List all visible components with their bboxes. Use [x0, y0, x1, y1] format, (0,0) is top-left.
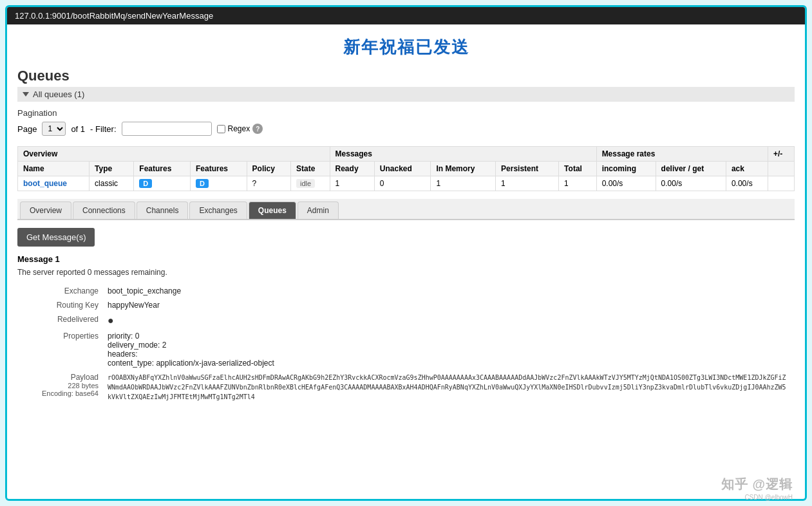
cell-incoming: 0.00/s [596, 176, 656, 191]
exchange-value: boot_topic_exchange [104, 285, 793, 297]
detail-table: Exchange boot_topic_exchange Routing Key… [17, 283, 795, 405]
tab-overview[interactable]: Overview [20, 201, 71, 219]
regex-text: Regex [228, 124, 250, 133]
regex-checkbox[interactable] [217, 125, 225, 133]
message-rates-header: Message rates [596, 147, 768, 162]
col-persistent: Persistent [496, 162, 559, 176]
payload-label: Payload [23, 373, 99, 382]
overview-header: Overview [18, 147, 330, 162]
cell-unacked: 0 [374, 176, 431, 191]
cell-deliver-get: 0.00/s [656, 176, 726, 191]
of-label: of 1 [71, 124, 85, 134]
properties-value: priority: 0 delivery_mode: 2 headers: co… [104, 330, 793, 370]
col-inmemory: In Memory [431, 162, 496, 176]
message-remaining: The server reported 0 messages remaining… [17, 268, 795, 277]
routing-key-row: Routing Key happyNewYear [19, 299, 793, 312]
message-num: Message 1 [17, 254, 795, 264]
cell-ready: 1 [330, 176, 374, 191]
payload-row: Payload 228 bytes Encoding: base64 rOOAB… [19, 371, 793, 404]
payload-encoding: Encoding: base64 [23, 389, 99, 397]
pagination-row: Page 1 of 1 - Filter: Regex ? [17, 122, 795, 136]
routing-key-label: Routing Key [19, 299, 102, 312]
cell-features1: D [134, 176, 191, 191]
cell-persistent: 1 [496, 176, 559, 191]
all-queues-label: All queues (1) [33, 89, 84, 99]
exchange-label: Exchange [19, 285, 102, 297]
get-messages-button[interactable]: Get Message(s) [17, 228, 95, 247]
cell-total: 1 [559, 176, 597, 191]
table-row: boot_queue classic D D ? idle 1 0 1 1 1 … [18, 176, 795, 191]
exchange-row: Exchange boot_topic_exchange [19, 285, 793, 297]
regex-label[interactable]: Regex ? [217, 124, 263, 134]
queues-heading: Queues [17, 68, 795, 84]
routing-key-value: happyNewYear [104, 299, 793, 312]
tab-connections[interactable]: Connections [73, 201, 135, 219]
col-extra [768, 162, 794, 176]
redelivered-label: Redelivered [19, 313, 102, 328]
prop-delivery-mode: delivery_mode: 2 [108, 341, 789, 350]
nav-tabs: Overview Connections Channels Exchanges … [17, 199, 795, 220]
filter-label: - Filter: [90, 124, 116, 134]
col-total: Total [559, 162, 597, 176]
prop-headers: headers: [108, 350, 789, 359]
cell-inmemory: 1 [431, 176, 496, 191]
queue-table: Overview Messages Message rates +/- Name… [17, 146, 795, 191]
cell-policy: ? [247, 176, 290, 191]
col-features1: Features [134, 162, 191, 176]
all-queues-bar: All queues (1) [17, 87, 795, 102]
cell-features2: D [190, 176, 247, 191]
tab-queues[interactable]: Queues [249, 201, 296, 219]
col-ready: Ready [330, 162, 374, 176]
prop-content-type: content_type: application/x-java-seriali… [108, 359, 789, 368]
collapse-icon[interactable] [23, 92, 29, 97]
page-title: 新年祝福已发送 [17, 24, 795, 68]
cell-extra [768, 176, 794, 191]
url-text: 127.0.0.1:9001/bootRabbitMq/sendNewYearM… [15, 11, 213, 21]
cell-ack: 0.00/s [726, 176, 768, 191]
cell-type: classic [90, 176, 134, 191]
page-select[interactable]: 1 [42, 122, 66, 136]
redelivered-row: Redelivered ● [19, 313, 793, 328]
filter-input[interactable] [122, 122, 212, 136]
redelivered-value: ● [104, 313, 793, 328]
pagination-label: Pagination [17, 108, 795, 118]
messages-header: Messages [330, 147, 596, 162]
col-name: Name [18, 162, 90, 176]
payload-size: 228 bytes [23, 382, 99, 389]
plus-minus-cell[interactable]: +/- [768, 147, 794, 162]
payload-text: rOOABXNyABFqYXZhlnV0aWwuSGFzaElhcAUH2sHD… [104, 371, 793, 404]
tab-exchanges[interactable]: Exchanges [189, 201, 247, 219]
col-ack: ack [726, 162, 768, 176]
cell-state: idle [290, 176, 330, 191]
col-policy: Policy [247, 162, 290, 176]
col-deliver-get: deliver / get [656, 162, 726, 176]
cell-name[interactable]: boot_queue [18, 176, 90, 191]
tab-channels[interactable]: Channels [137, 201, 189, 219]
col-features2: Features [190, 162, 247, 176]
col-state: State [290, 162, 330, 176]
col-unacked: Unacked [374, 162, 431, 176]
address-bar: 127.0.0.1:9001/bootRabbitMq/sendNewYearM… [7, 7, 805, 24]
page-label: Page [17, 124, 37, 134]
properties-row: Properties priority: 0 delivery_mode: 2 … [19, 330, 793, 370]
properties-label: Properties [19, 330, 102, 370]
col-type: Type [90, 162, 134, 176]
prop-priority: priority: 0 [108, 332, 789, 341]
regex-help-icon: ? [252, 124, 263, 134]
tab-admin[interactable]: Admin [297, 201, 339, 219]
payload-label-cell: Payload 228 bytes Encoding: base64 [19, 371, 102, 404]
col-incoming: incoming [596, 162, 656, 176]
